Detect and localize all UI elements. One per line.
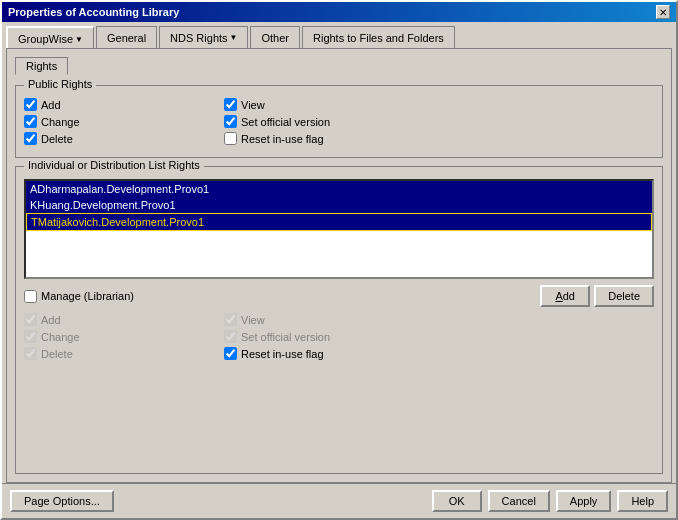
ind-set-official-label: Set official version <box>241 331 330 343</box>
individual-rights-row3: Delete Reset in-use flag <box>24 347 654 360</box>
manage-librarian-checkbox-item: Manage (Librarian) <box>24 290 164 303</box>
cancel-button[interactable]: Cancel <box>488 490 550 512</box>
public-delete-checkbox-item: Delete <box>24 132 164 145</box>
list-item[interactable]: TMatijakovich.Development.Provo1 <box>26 213 652 231</box>
tab-rights-files-label: Rights to Files and Folders <box>313 32 444 44</box>
individual-rights-list[interactable]: ADharmapalan.Development.Provo1 KHuang.D… <box>24 179 654 279</box>
add-delete-btn-row: Add Delete <box>540 285 654 307</box>
public-set-official-checkbox-item: Set official version <box>224 115 364 128</box>
manage-librarian-checkbox[interactable] <box>24 290 37 303</box>
sub-tab-rights[interactable]: Rights <box>15 57 68 75</box>
tab-groupwise[interactable]: GroupWise ▼ <box>6 26 94 48</box>
apply-button[interactable]: Apply <box>556 490 612 512</box>
individual-rights-title: Individual or Distribution List Rights <box>24 159 204 171</box>
ind-add-checkbox[interactable] <box>24 313 37 326</box>
ind-view-checkbox-item: View <box>224 313 364 326</box>
ind-add-checkbox-item: Add <box>24 313 164 326</box>
tab-other[interactable]: Other <box>250 26 300 48</box>
public-rights-group: Public Rights Add View Change Se <box>15 85 663 158</box>
tab-nds-rights[interactable]: NDS Rights ▼ <box>159 26 248 48</box>
individual-rights-group: Individual or Distribution List Rights A… <box>15 166 663 474</box>
ind-reset-flag-checkbox-item: Reset in-use flag <box>224 347 364 360</box>
public-set-official-label: Set official version <box>241 116 330 128</box>
public-change-label: Change <box>41 116 80 128</box>
ind-add-label: Add <box>41 314 61 326</box>
ind-reset-flag-checkbox[interactable] <box>224 347 237 360</box>
add-button[interactable]: Add <box>540 285 590 307</box>
tab-general[interactable]: General <box>96 26 157 48</box>
public-add-checkbox-item: Add <box>24 98 164 111</box>
help-button[interactable]: Help <box>617 490 668 512</box>
public-reset-flag-checkbox[interactable] <box>224 132 237 145</box>
apply-label: Apply <box>570 495 598 507</box>
window-title: Properties of Accounting Library <box>8 6 179 18</box>
tab-nds-rights-label: NDS Rights <box>170 32 227 44</box>
tab-general-label: General <box>107 32 146 44</box>
bottom-right-buttons: OK Cancel Apply Help <box>432 490 668 512</box>
list-item[interactable]: KHuang.Development.Provo1 <box>26 197 652 213</box>
chevron-down-icon: ▼ <box>230 33 238 42</box>
public-view-label: View <box>241 99 265 111</box>
delete-button-label: Delete <box>608 290 640 302</box>
close-button[interactable]: ✕ <box>656 5 670 19</box>
ind-delete-label: Delete <box>41 348 73 360</box>
public-rights-row1: Add View <box>24 98 654 111</box>
public-set-official-checkbox[interactable] <box>224 115 237 128</box>
ok-label: OK <box>449 495 465 507</box>
help-label: Help <box>631 495 654 507</box>
ok-button[interactable]: OK <box>432 490 482 512</box>
add-button-label: Add <box>555 290 575 302</box>
public-rights-row2: Change Set official version <box>24 115 654 128</box>
ind-delete-checkbox-item: Delete <box>24 347 164 360</box>
public-add-checkbox[interactable] <box>24 98 37 111</box>
public-delete-label: Delete <box>41 133 73 145</box>
public-add-label: Add <box>41 99 61 111</box>
public-delete-checkbox[interactable] <box>24 132 37 145</box>
public-rights-title: Public Rights <box>24 78 96 90</box>
ind-change-checkbox[interactable] <box>24 330 37 343</box>
ind-view-checkbox[interactable] <box>224 313 237 326</box>
cancel-label: Cancel <box>502 495 536 507</box>
public-view-checkbox-item: View <box>224 98 364 111</box>
ind-change-label: Change <box>41 331 80 343</box>
bottom-bar: Page Options... OK Cancel Apply Help <box>2 483 676 518</box>
page-options-label: Page Options... <box>24 495 100 507</box>
ind-set-official-checkbox-item: Set official version <box>224 330 364 343</box>
tab-bar: GroupWise ▼ General NDS Rights ▼ Other R… <box>2 22 676 48</box>
public-reset-flag-checkbox-item: Reset in-use flag <box>224 132 364 145</box>
individual-rights-row1: Add View <box>24 313 654 326</box>
ind-reset-flag-label: Reset in-use flag <box>241 348 324 360</box>
properties-window: Properties of Accounting Library ✕ Group… <box>0 0 678 520</box>
individual-rights-row2: Change Set official version <box>24 330 654 343</box>
ind-view-label: View <box>241 314 265 326</box>
public-change-checkbox-item: Change <box>24 115 164 128</box>
public-change-checkbox[interactable] <box>24 115 37 128</box>
public-reset-flag-label: Reset in-use flag <box>241 133 324 145</box>
title-bar: Properties of Accounting Library ✕ <box>2 2 676 22</box>
page-options-button[interactable]: Page Options... <box>10 490 114 512</box>
tab-other-label: Other <box>261 32 289 44</box>
list-item[interactable]: ADharmapalan.Development.Provo1 <box>26 181 652 197</box>
delete-button[interactable]: Delete <box>594 285 654 307</box>
ind-change-checkbox-item: Change <box>24 330 164 343</box>
content-area: Rights Public Rights Add View Change <box>6 48 672 483</box>
tab-rights-files[interactable]: Rights to Files and Folders <box>302 26 455 48</box>
tab-groupwise-label: GroupWise <box>18 33 73 45</box>
public-view-checkbox[interactable] <box>224 98 237 111</box>
manage-librarian-label: Manage (Librarian) <box>41 290 134 302</box>
manage-row: Manage (Librarian) Add Delete <box>24 285 654 307</box>
public-rights-row3: Delete Reset in-use flag <box>24 132 654 145</box>
ind-delete-checkbox[interactable] <box>24 347 37 360</box>
ind-set-official-checkbox[interactable] <box>224 330 237 343</box>
sub-tab-rights-label: Rights <box>26 60 57 72</box>
chevron-down-icon: ▼ <box>75 35 83 44</box>
